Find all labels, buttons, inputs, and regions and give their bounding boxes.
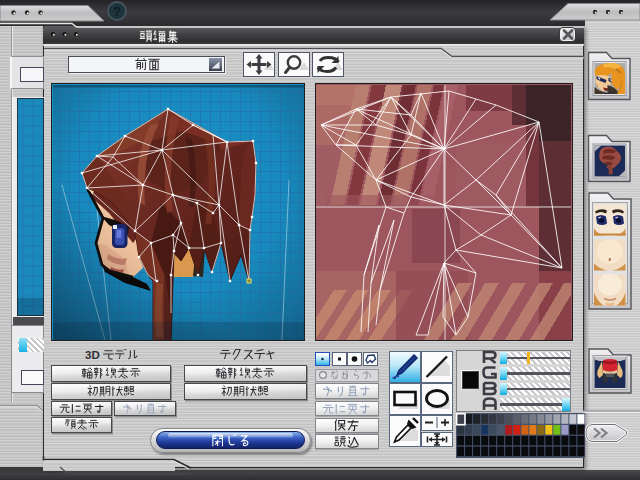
svg-text:?: ? (113, 4, 121, 19)
